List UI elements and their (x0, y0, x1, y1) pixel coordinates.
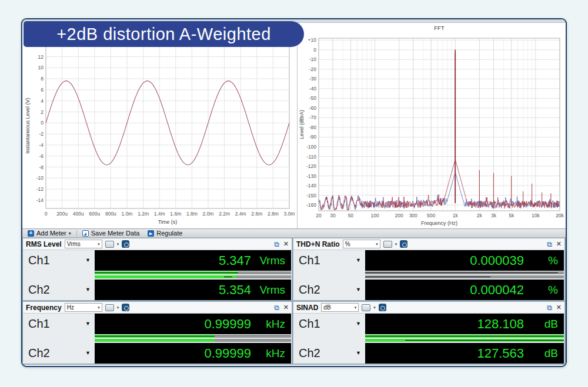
svg-text:20: 20 (316, 213, 322, 218)
toolbar-separator (76, 230, 77, 237)
chevron-down-icon[interactable]: ▾ (69, 231, 71, 236)
channel-selector-ch1[interactable]: Ch1 ▼ (23, 314, 95, 334)
channel-selector-ch2[interactable]: Ch2 ▼ (23, 280, 95, 300)
svg-text:800u: 800u (105, 211, 116, 217)
regulate-button[interactable]: ▶ Regulate (145, 229, 185, 237)
svg-text:1.0m: 1.0m (122, 211, 133, 217)
svg-text:-120: -120 (306, 163, 316, 169)
close-icon[interactable]: ✕ (283, 304, 289, 311)
popout-icon[interactable]: ⧉ (274, 304, 279, 311)
display-settings-icon[interactable] (105, 241, 114, 248)
unit-selector[interactable]: Hz ▾ (65, 303, 102, 312)
meter-display-ch2: 5.354 Vrms (95, 280, 291, 300)
chevron-down-icon[interactable]: ▾ (373, 305, 376, 310)
save-meter-data-label: Save Meter Data (91, 230, 140, 237)
fft-panel: FFT2030501002003005001k2k3k5k10k20k+100-… (298, 23, 566, 228)
svg-text:2.0m: 2.0m (203, 211, 214, 217)
channel-label: Ch2 (28, 283, 50, 297)
channel-selector-ch1[interactable]: Ch1 ▼ (23, 250, 95, 271)
meter-header: SINAD dB ▾ ▾ ⧉ ✕ (293, 302, 564, 314)
display-settings-icon[interactable] (105, 304, 114, 311)
svg-text:-10: -10 (36, 175, 44, 181)
channel-label: Ch1 (299, 254, 320, 267)
chevron-down-icon: ▼ (85, 350, 91, 356)
meter-header: THD+N Ratio % ▾ ▾ ⧉ ✕ (293, 238, 564, 250)
svg-text:2.2m: 2.2m (219, 211, 230, 217)
chevron-down-icon: ▼ (356, 257, 361, 263)
level-bar-ch1 (95, 335, 291, 338)
svg-text:1.2m: 1.2m (138, 211, 149, 217)
svg-text:-6: -6 (39, 153, 44, 159)
popout-icon[interactable]: ⧉ (274, 241, 279, 248)
channel-label: Ch2 (299, 283, 320, 297)
meter-value: 127.563 (477, 346, 524, 361)
meter-value: 128.108 (477, 317, 524, 332)
svg-text:-12: -12 (36, 186, 44, 192)
svg-text:-50: -50 (309, 95, 317, 101)
svg-text:-30: -30 (309, 76, 317, 82)
display-settings-icon[interactable] (362, 304, 370, 311)
svg-text:+10: +10 (308, 37, 317, 43)
channel-selector-ch2[interactable]: Ch2 ▼ (293, 280, 365, 300)
meter-value: 0.000042 (470, 282, 524, 298)
svg-text:Instantaneous Level (V): Instantaneous Level (V) (25, 97, 31, 153)
channel-selector-ch2[interactable]: Ch2 ▼ (293, 343, 365, 364)
save-meter-data-button[interactable]: Save Meter Data (79, 229, 143, 237)
svg-text:-40: -40 (309, 86, 317, 92)
meter-display-ch2: 0.99999 kHz (95, 343, 291, 364)
regulate-target-icon[interactable] (379, 304, 386, 311)
level-bars (95, 334, 291, 343)
svg-text:8: 8 (41, 76, 44, 82)
chevron-down-icon[interactable]: ▾ (117, 242, 119, 247)
meter-unit: % (524, 284, 558, 297)
channel-selector-ch1[interactable]: Ch1 ▼ (293, 250, 365, 271)
regulate-target-icon[interactable] (122, 240, 129, 248)
unit-selector[interactable]: dB ▾ (321, 303, 359, 312)
close-icon[interactable]: ✕ (556, 241, 562, 247)
display-settings-icon[interactable] (383, 241, 392, 248)
channel-label: Ch2 (28, 346, 50, 360)
chevron-down-icon: ▾ (376, 242, 378, 247)
unit-selector-value: Vrms (67, 241, 81, 247)
svg-text:600u: 600u (89, 211, 100, 217)
regulate-target-icon[interactable] (122, 304, 129, 311)
unit-selector-value: dB (323, 304, 330, 311)
meter-value: 0.99999 (204, 317, 251, 332)
chevron-down-icon[interactable]: ▾ (117, 305, 119, 310)
svg-text:10: 10 (38, 65, 44, 70)
regulate-target-icon[interactable] (400, 240, 407, 248)
svg-text:-140: -140 (306, 183, 316, 189)
popout-icon[interactable]: ⧉ (547, 241, 552, 248)
close-icon[interactable]: ✕ (556, 304, 562, 311)
chevron-down-icon: ▼ (356, 350, 361, 356)
chevron-down-icon: ▼ (85, 257, 91, 263)
svg-text:-160: -160 (306, 202, 316, 208)
svg-text:400u: 400u (73, 211, 84, 217)
unit-selector-value: % (345, 241, 350, 247)
unit-selector[interactable]: Vrms ▾ (65, 240, 102, 248)
add-meter-button[interactable]: + Add Meter ▾ (25, 229, 74, 237)
svg-text:-60: -60 (309, 105, 317, 111)
svg-text:10k: 10k (532, 213, 540, 218)
meters-grid: RMS Level Vrms ▾ ▾ ⧉ ✕ Ch1 ▼ (22, 238, 566, 365)
meter-title: SINAD (296, 304, 318, 312)
save-icon (82, 230, 89, 237)
unit-selector[interactable]: % ▾ (343, 240, 380, 248)
svg-text:-100: -100 (306, 144, 316, 150)
close-icon[interactable]: ✕ (283, 241, 289, 247)
play-icon: ▶ (148, 230, 154, 237)
chevron-down-icon[interactable]: ▾ (395, 242, 397, 247)
channel-label: Ch2 (299, 346, 320, 360)
svg-text:12: 12 (38, 54, 44, 60)
svg-text:1.8m: 1.8m (186, 211, 198, 217)
svg-text:Level (dBrA): Level (dBrA) (299, 110, 305, 139)
popout-icon[interactable]: ⧉ (547, 304, 552, 311)
meter-panel-thdn-ratio: THD+N Ratio % ▾ ▾ ⧉ ✕ Ch1 ▼ (293, 238, 565, 301)
meter-toolbar: + Add Meter ▾ Save Meter Data ▶ Regulate (22, 228, 566, 238)
channel-selector-ch1[interactable]: Ch1 ▼ (293, 314, 365, 334)
meter-header: Frequency Hz ▾ ▾ ⧉ ✕ (23, 302, 292, 314)
level-bars (95, 271, 291, 280)
level-bar-ch2 (95, 339, 291, 342)
channel-selector-ch2[interactable]: Ch2 ▼ (23, 343, 95, 364)
level-bar-ch2 (365, 339, 564, 342)
